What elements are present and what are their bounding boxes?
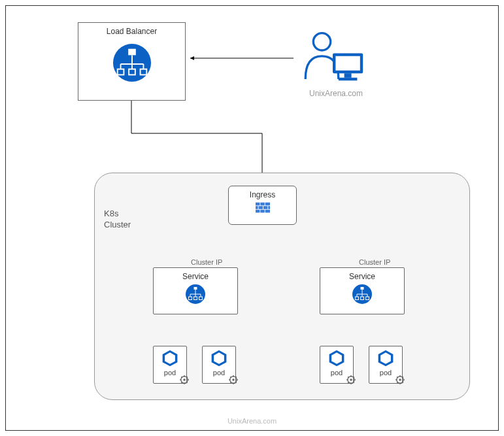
- pod-node-1: pod: [153, 346, 187, 384]
- svg-rect-17: [335, 56, 360, 71]
- service-title-2: Service: [320, 268, 404, 281]
- svg-rect-31: [194, 287, 197, 290]
- service-icon: [352, 284, 373, 305]
- cube-icon: [161, 349, 179, 367]
- svg-rect-29: [265, 210, 269, 213]
- svg-point-89: [399, 378, 401, 381]
- gear-icon: [180, 375, 189, 384]
- user-label: UnixArena.com: [294, 89, 378, 98]
- diagram-canvas: Load Balancer: [5, 5, 499, 431]
- user-node: UnixArena.com: [294, 29, 378, 98]
- load-balancer-icon: [112, 42, 152, 83]
- cube-icon: [210, 349, 228, 367]
- svg-rect-26: [268, 206, 270, 209]
- pod-node-3: pod: [320, 346, 354, 384]
- service-title-1: Service: [154, 268, 237, 281]
- gear-icon: [395, 375, 405, 384]
- ingress-title: Ingress: [229, 186, 296, 199]
- load-balancer-title: Load Balancer: [78, 23, 185, 36]
- service-node-2: Service: [320, 267, 405, 314]
- svg-rect-27: [256, 210, 260, 213]
- svg-point-15: [313, 33, 330, 50]
- pod-node-4: pod: [369, 346, 403, 384]
- cluster-ip-label-1: Cluster IP: [191, 258, 222, 266]
- svg-rect-24: [258, 206, 262, 209]
- ingress-node: Ingress: [228, 186, 297, 225]
- svg-rect-28: [260, 210, 264, 213]
- svg-rect-22: [265, 203, 269, 206]
- svg-rect-6: [128, 49, 136, 56]
- svg-rect-41: [361, 287, 364, 290]
- gear-icon: [346, 375, 356, 384]
- firewall-icon: [256, 202, 270, 214]
- user-icon: [294, 29, 372, 86]
- service-node-1: Service: [153, 267, 238, 314]
- watermark-text: UnixArena.com: [6, 417, 498, 425]
- load-balancer-node: Load Balancer: [78, 22, 186, 101]
- svg-rect-25: [263, 206, 267, 209]
- svg-rect-19: [339, 78, 358, 80]
- svg-point-53: [183, 378, 186, 381]
- svg-rect-21: [260, 203, 264, 206]
- k8s-cluster-label: K8s Cluster: [104, 209, 131, 231]
- cube-icon: [328, 349, 346, 367]
- cube-icon: [377, 349, 395, 367]
- svg-rect-20: [256, 203, 260, 206]
- service-icon: [185, 284, 206, 305]
- svg-point-77: [350, 378, 352, 381]
- svg-rect-23: [256, 206, 258, 209]
- cluster-ip-label-2: Cluster IP: [359, 258, 390, 266]
- svg-point-65: [232, 378, 235, 381]
- svg-rect-18: [344, 73, 352, 78]
- pod-node-2: pod: [202, 346, 236, 384]
- gear-icon: [229, 375, 238, 384]
